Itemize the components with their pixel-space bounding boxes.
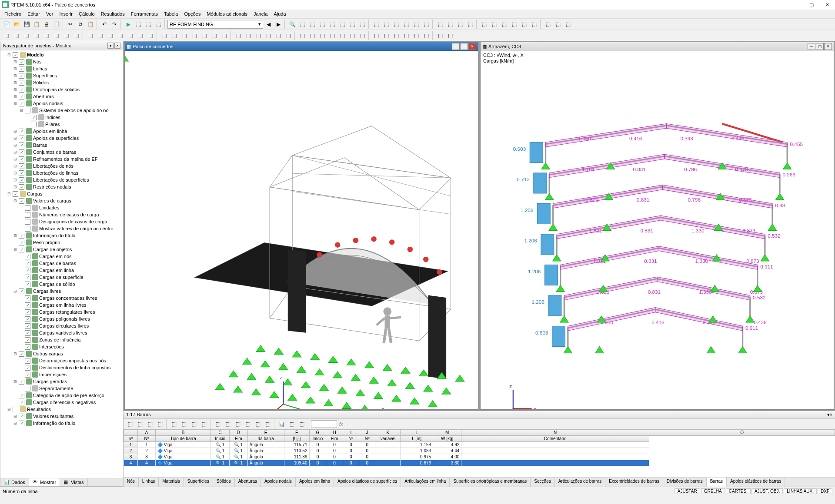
- tt-m[interactable]: ⬚: [253, 419, 263, 429]
- maximize-button[interactable]: ▢: [805, 2, 818, 8]
- tt-b[interactable]: ⬚: [135, 419, 145, 429]
- report-icon[interactable]: 📑: [52, 20, 61, 29]
- tree-node[interactable]: ⊟✓Cargas livres: [0, 288, 123, 295]
- menu-janela[interactable]: Janela: [251, 10, 270, 17]
- tb-k[interactable]: ⬚: [357, 20, 367, 29]
- tt-n[interactable]: ⬚: [263, 419, 273, 429]
- tree-node[interactable]: Separadamente: [0, 385, 123, 392]
- tree-checkbox[interactable]: ✓: [25, 323, 30, 329]
- tb-s[interactable]: ⬚: [445, 20, 455, 29]
- tb2-j[interactable]: ⬚: [96, 31, 105, 40]
- tree-node[interactable]: ⊞✓Conjuntos de barras: [0, 149, 123, 156]
- tree-checkbox[interactable]: ✓: [19, 170, 24, 176]
- tb-y[interactable]: ⬚: [509, 20, 519, 29]
- tree-checkbox[interactable]: ✓: [19, 94, 24, 99]
- tree-node[interactable]: ⊞✓Apoios em linha: [0, 128, 123, 135]
- tb2-ak[interactable]: ⬚: [381, 31, 391, 40]
- tree-checkbox[interactable]: ✓: [19, 379, 24, 385]
- tree-node[interactable]: ⊞✓Barras: [0, 142, 123, 149]
- tree-checkbox[interactable]: [25, 226, 30, 232]
- tree-node[interactable]: ⊞✓Libertações de linhas: [0, 169, 123, 176]
- tb-aa[interactable]: ⬚: [529, 20, 539, 29]
- tb-d[interactable]: 🔍: [287, 20, 297, 29]
- tb2-ac[interactable]: ⬚: [297, 31, 307, 40]
- tb-i[interactable]: ⬚: [337, 20, 347, 29]
- tree-checkbox[interactable]: ✓: [19, 184, 24, 190]
- tree-checkbox[interactable]: [25, 386, 30, 391]
- menu-resultados[interactable]: Resultados: [98, 10, 127, 17]
- doc-min-icon[interactable]: ─: [808, 43, 815, 50]
- tree-checkbox[interactable]: ✓: [31, 115, 37, 120]
- tree-node[interactable]: ⊞✓Nós: [0, 58, 123, 65]
- fx-icon[interactable]: fx: [339, 421, 343, 427]
- paste-icon[interactable]: 📋: [86, 20, 95, 29]
- table-tab[interactable]: Nós: [124, 477, 139, 487]
- table-tab[interactable]: Superfícies ortotrópicas e membranas: [450, 477, 531, 487]
- tree-checkbox[interactable]: ✓: [25, 261, 30, 266]
- table-tab[interactable]: Divisões de barras: [663, 477, 707, 487]
- data-grid[interactable]: ABCDEFGHIJKLMNOnºNºTipo de barraInícioFi…: [124, 429, 835, 477]
- tb-z[interactable]: ⬚: [519, 20, 529, 29]
- tb2-ai[interactable]: ⬚: [357, 31, 367, 40]
- tree-node[interactable]: ⊟Resultados: [0, 406, 123, 413]
- tree-checkbox[interactable]: ✓: [19, 288, 24, 294]
- tree-checkbox[interactable]: [25, 108, 30, 113]
- tree-node[interactable]: Designações de casos de carga: [0, 218, 123, 225]
- tree-node[interactable]: ⊞✓Apoios de superfícies: [0, 135, 123, 142]
- tree-node[interactable]: ✓Peso próprio: [0, 239, 123, 246]
- tb2-b[interactable]: ⬚: [12, 31, 21, 40]
- table-tab[interactable]: Articulações de barras: [555, 477, 606, 487]
- panel-close-icon[interactable]: ×: [830, 412, 832, 417]
- nav-close-icon[interactable]: ×: [114, 43, 120, 49]
- table-tab[interactable]: Apoios elásticos de barras: [727, 477, 785, 487]
- status-cartes[interactable]: CARTES.: [726, 488, 751, 494]
- tb-w[interactable]: ⬚: [489, 20, 499, 29]
- tree-node[interactable]: ⊟✓Valores de cargas: [0, 197, 123, 204]
- tb2-aq[interactable]: ⬚: [445, 31, 455, 40]
- tb-v[interactable]: ⬚: [479, 20, 489, 29]
- next-lc-icon[interactable]: ▶: [274, 20, 283, 29]
- table-tab[interactable]: Apoios nodais: [261, 477, 296, 487]
- tb-a[interactable]: ⬚: [134, 20, 143, 29]
- menu-ajuda[interactable]: Ajuda: [271, 10, 288, 17]
- tree-node[interactable]: ⊞✓Informação do título: [0, 420, 123, 427]
- tb2-a[interactable]: ⬚: [2, 31, 11, 40]
- tb2-e[interactable]: ⬚: [42, 31, 51, 40]
- tree-checkbox[interactable]: ✓: [25, 330, 30, 336]
- status-dxf[interactable]: DXF: [818, 488, 832, 494]
- doc-palco-titlebar[interactable]: ▦ Palco de concertos ─ ▢ ✕: [125, 42, 478, 51]
- tree-node[interactable]: ⊟✓Outras cargas: [0, 350, 123, 357]
- viewport-armazem[interactable]: CC3 : vWind, w-, XCargas [kN/m] x z y: [481, 51, 834, 409]
- tree-checkbox[interactable]: ✓: [19, 240, 24, 245]
- menu-inserir[interactable]: Inserir: [57, 10, 75, 17]
- tb-e[interactable]: ⬚: [297, 20, 307, 29]
- tree-node[interactable]: ✓Deformações impostas nos nós: [0, 357, 123, 364]
- tb2-ap[interactable]: ⬚: [435, 31, 445, 40]
- menu-ferramentas[interactable]: Ferramentas: [128, 10, 160, 17]
- tb-f[interactable]: ⬚: [307, 20, 317, 29]
- tree-checkbox[interactable]: ✓: [25, 372, 30, 378]
- tree-node[interactable]: Pilares: [0, 121, 123, 128]
- tree-node[interactable]: ⊞✓Superfícies: [0, 72, 123, 79]
- tree-checkbox[interactable]: ✓: [19, 143, 24, 148]
- menu-ficheiro[interactable]: Ficheiro: [2, 10, 24, 17]
- table-tab[interactable]: Aberturas: [235, 477, 261, 487]
- tb2-k[interactable]: ⬚: [106, 31, 115, 40]
- tb2-ae[interactable]: ⬚: [317, 31, 327, 40]
- tree-checkbox[interactable]: [25, 212, 30, 218]
- tree-checkbox[interactable]: ✓: [19, 136, 24, 141]
- tree-checkbox[interactable]: ✓: [25, 344, 30, 350]
- tree-node[interactable]: ✓Interseções: [0, 343, 123, 350]
- undo-icon[interactable]: ↶: [100, 20, 109, 29]
- tree-checkbox[interactable]: ✓: [19, 73, 24, 79]
- tb-j[interactable]: ⬚: [347, 20, 357, 29]
- tb2-r[interactable]: ⬚: [180, 31, 189, 40]
- navigator-tree[interactable]: ⊟✓Modelo⊞✓Nós⊞✓Linhas⊞✓Superfícies⊞✓Sóli…: [0, 50, 123, 478]
- tree-node[interactable]: ⊞✓Restrições nodais: [0, 183, 123, 190]
- tt-e[interactable]: ⬚: [169, 419, 179, 429]
- tree-node[interactable]: ⊟✓Modelo: [0, 51, 123, 58]
- tree-checkbox[interactable]: ✓: [19, 66, 24, 72]
- tree-checkbox[interactable]: ✓: [19, 414, 24, 419]
- close-button[interactable]: ✕: [821, 2, 833, 8]
- tree-node[interactable]: ✓Cargas de sólido: [0, 281, 123, 288]
